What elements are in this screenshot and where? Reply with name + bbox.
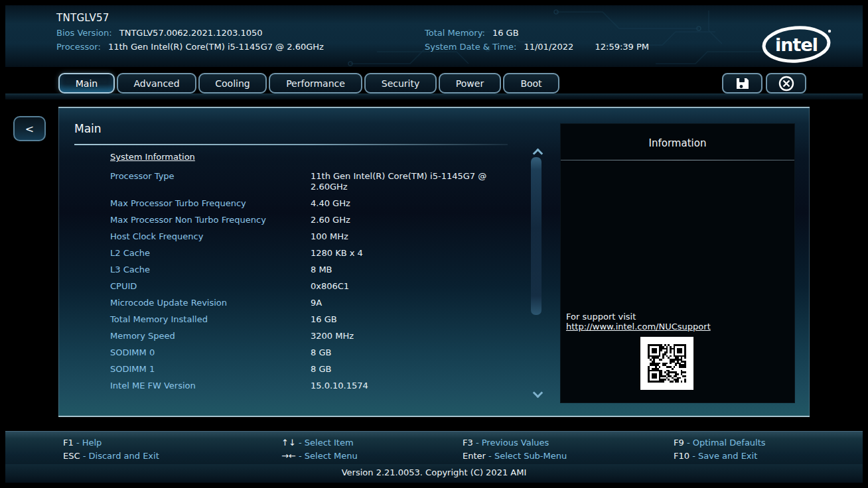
row-label: Processor Type xyxy=(110,171,311,192)
info-row-processor-type: Processor Type 11th Gen Intel(R) Core(TM… xyxy=(110,168,494,195)
page-title: Main xyxy=(74,122,102,135)
save-icon xyxy=(735,77,750,90)
save-button[interactable] xyxy=(722,73,762,93)
row-value: 3200 MHz xyxy=(311,331,494,341)
product-name: TNTGLV57 xyxy=(56,12,109,24)
tab-boot[interactable]: Boot xyxy=(503,73,559,93)
tab-performance-label: Performance xyxy=(286,78,345,89)
bios-screen: TNTGLV57 Bios Version: TNTGLV57.0062.202… xyxy=(0,0,868,488)
total-memory-value: 16 GB xyxy=(492,28,519,38)
info-row-l3-cache: L3 Cache 8 MB xyxy=(110,261,494,278)
tab-power[interactable]: Power xyxy=(439,73,501,93)
info-row-microcode: Microcode Update Revision 9A xyxy=(110,294,494,311)
tab-security[interactable]: Security xyxy=(364,73,437,93)
hint-f3: F3 - Previous Values xyxy=(463,438,549,448)
bios-version-value: TNTGLV57.0062.2021.1203.1050 xyxy=(119,28,263,38)
qr-code xyxy=(640,337,693,390)
info-row-total-memory: Total Memory Installed 16 GB xyxy=(110,311,494,328)
information-divider xyxy=(561,160,794,160)
scrollbar-thumb[interactable] xyxy=(531,157,542,315)
hint-sep: - xyxy=(476,438,479,448)
tab-boot-label: Boot xyxy=(520,78,542,89)
row-value: 8 GB xyxy=(311,364,494,375)
row-label: L2 Cache xyxy=(110,248,311,259)
info-row-memory-speed: Memory Speed 3200 MHz xyxy=(110,328,494,344)
row-label: Max Processor Turbo Frequency xyxy=(110,198,311,209)
hint-f10: F10 - Save and Exit xyxy=(674,451,757,461)
hint-sep: - xyxy=(488,451,492,461)
tab-performance[interactable]: Performance xyxy=(269,73,362,93)
system-date-value: 11/01/2022 xyxy=(524,42,573,52)
row-label: SODIMM 1 xyxy=(110,364,311,375)
row-label: Max Processor Non Turbo Frequency xyxy=(110,215,311,225)
hint-select-item: ↑↓ - Select Item xyxy=(281,438,354,448)
datetime-label: System Date & Time: xyxy=(425,42,516,52)
row-value: 8 MB xyxy=(311,265,494,275)
tab-cooling[interactable]: Cooling xyxy=(198,73,267,93)
tab-underline-band xyxy=(5,93,863,99)
total-memory-row: Total Memory: 16 GB xyxy=(425,28,519,39)
row-value: 4.40 GHz xyxy=(311,198,494,209)
bios-version-label: Bios Version: xyxy=(56,28,112,38)
row-value: 16 GB xyxy=(311,314,494,325)
hint-key: F1 xyxy=(63,438,74,448)
header: TNTGLV57 Bios Version: TNTGLV57.0062.202… xyxy=(5,5,863,67)
window-buttons xyxy=(722,73,806,93)
version-line: Version 2.21.0053. Copyright (C) 2021 AM… xyxy=(5,464,863,483)
hint-sep: - xyxy=(687,438,690,448)
info-row-l2-cache: L2 Cache 1280 KB x 4 xyxy=(110,245,494,261)
row-value: 8 GB xyxy=(311,347,494,358)
info-row-max-turbo: Max Processor Turbo Frequency 4.40 GHz xyxy=(110,195,494,212)
processor-label: Processor: xyxy=(56,42,101,52)
title-divider xyxy=(74,144,508,145)
tab-advanced[interactable]: Advanced xyxy=(117,73,196,93)
tab-bar: Main Advanced Cooling Performance Securi… xyxy=(58,73,559,94)
hint-key: ESC xyxy=(63,451,80,461)
row-label: SODIMM 0 xyxy=(110,347,311,358)
row-label: Intel ME FW Version xyxy=(110,381,311,391)
hint-key: →← xyxy=(281,451,296,461)
hint-label: Select Menu xyxy=(305,451,358,461)
row-value: 11th Gen Intel(R) Core(TM) i5-1145G7 @ 2… xyxy=(311,171,494,192)
hint-label: Previous Values xyxy=(482,438,549,448)
hint-esc: ESC - Discard and Exit xyxy=(63,451,159,461)
info-row-me-fw: Intel ME FW Version 15.0.10.1574 xyxy=(110,377,494,394)
tab-main-label: Main xyxy=(76,78,98,89)
scroll-down-button chevron-down-icon[interactable] xyxy=(533,388,543,398)
row-value: 9A xyxy=(311,298,494,308)
total-memory-label: Total Memory: xyxy=(425,28,485,38)
information-panel: Information For support visit http://www… xyxy=(561,124,794,402)
row-value: 1280 KB x 4 xyxy=(311,248,494,259)
hint-key: F10 xyxy=(674,451,689,461)
processor-value: 11th Gen Intel(R) Core(TM) i5-1145G7 @ 2… xyxy=(108,42,324,52)
tab-power-label: Power xyxy=(456,78,484,89)
row-value: 0x806C1 xyxy=(311,281,494,292)
hint-f9: F9 - Optimal Defaults xyxy=(674,438,766,448)
tab-main[interactable]: Main xyxy=(58,73,115,93)
footer-hints: F1 - Help ESC - Discard and Exit ↑↓ - Se… xyxy=(5,431,863,464)
system-time-value: 12:59:39 PM xyxy=(595,42,650,52)
hint-select-menu: →← - Select Menu xyxy=(281,451,358,461)
hint-key: F3 xyxy=(463,438,473,448)
row-label: L3 Cache xyxy=(110,265,311,275)
close-icon xyxy=(778,76,794,91)
info-row-cpuid: CPUID 0x806C1 xyxy=(110,278,494,294)
info-row-sodimm1: SODIMM 1 8 GB xyxy=(110,361,494,377)
hint-enter: Enter - Select Sub-Menu xyxy=(463,451,567,461)
system-information-link[interactable]: System Information xyxy=(110,152,195,162)
row-label: Microcode Update Revision xyxy=(110,298,311,308)
support-url-link[interactable]: http://www.intel.com/NUCsupport xyxy=(566,322,711,332)
hint-label: Discard and Exit xyxy=(89,451,159,461)
hint-key: F9 xyxy=(674,438,684,448)
row-label: CPUID xyxy=(110,281,311,292)
intel-logo: intel xyxy=(762,25,833,64)
hint-label: Select Sub-Menu xyxy=(494,451,567,461)
row-label: Total Memory Installed xyxy=(110,314,311,325)
row-label: Memory Speed xyxy=(110,331,311,341)
hint-sep: - xyxy=(299,438,302,448)
exit-button[interactable] xyxy=(766,73,806,93)
datetime-row: System Date & Time: 11/01/2022 12:59:39 … xyxy=(425,42,649,53)
main-panel: Main System Information Processor Type 1… xyxy=(58,107,810,417)
tab-cooling-label: Cooling xyxy=(215,78,250,89)
back-button[interactable]: < xyxy=(13,116,46,141)
